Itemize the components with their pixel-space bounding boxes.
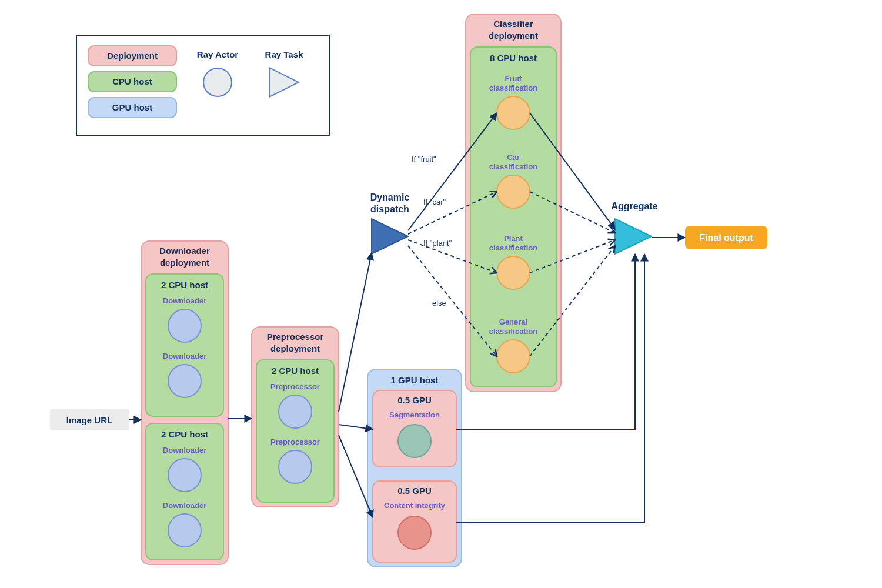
legend-task-label: Ray Task [265, 49, 303, 59]
aggregate-label: Aggregate [611, 201, 657, 211]
preprocessor-title-1: Preprocessor [267, 332, 324, 342]
downloader-actor-3-label: Downloader [163, 446, 206, 455]
architecture-diagram: Deployment CPU host GPU host Ray Actor R… [0, 0, 882, 588]
dispatch-title-1: Dynamic [370, 192, 410, 202]
preprocessor-cpu-host: 2 CPU host Preprocessor Preprocessor [256, 360, 334, 502]
image-url-label: Image URL [66, 415, 112, 425]
legend-deployment-label: Deployment [107, 51, 158, 61]
plant-actor-icon [497, 256, 530, 289]
output-label: Final output [699, 233, 753, 243]
plant-label-2: classification [489, 243, 537, 252]
preprocessor-actor-1-icon [279, 395, 312, 428]
car-label-2: classification [489, 162, 537, 171]
preprocessor-actor-2-icon [279, 450, 312, 483]
ci-actor-label: Content integrity [384, 501, 446, 510]
aggregate-task-icon [615, 219, 652, 254]
classifier-cpu-host: 8 CPU host Fruit classification Car clas… [470, 47, 556, 387]
seg-actor-label: Segmentation [389, 410, 440, 419]
preprocessor-host-label: 2 CPU host [272, 366, 319, 376]
classifier-title-1: Classifier [493, 19, 533, 29]
image-url-input: Image URL [50, 409, 129, 430]
general-label-1: General [499, 318, 527, 326]
seg-gpu-label: 0.5 GPU [397, 395, 432, 405]
legend-box: Deployment CPU host GPU host Ray Actor R… [76, 35, 329, 135]
downloader-title-1: Downloader [159, 246, 210, 256]
classifier-host-label: 8 CPU host [490, 53, 537, 63]
downloader-host2-label: 2 CPU host [161, 429, 208, 439]
downloader-actor-1-label: Downloader [163, 296, 206, 305]
downloader-deployment: Downloader deployment 2 CPU host Downloa… [141, 241, 228, 564]
downloader-actor-2-label: Downloader [163, 352, 206, 360]
car-label-1: Car [507, 153, 520, 162]
fruit-actor-icon [497, 96, 530, 129]
gpu-host: 1 GPU host 0.5 GPU Segmentation 0.5 GPU … [368, 369, 462, 567]
downloader-host1-label: 2 CPU host [161, 280, 208, 290]
content-integrity-box: 0.5 GPU Content integrity [373, 481, 456, 562]
dynamic-dispatch-task: Dynamic dispatch [370, 192, 410, 254]
fruit-label-1: Fruit [505, 74, 523, 83]
aggregate-task: Aggregate [611, 201, 657, 254]
downloader-actor-1-icon [168, 309, 201, 342]
branch-fruit-label: If "fruit" [412, 155, 436, 163]
fruit-label-2: classification [489, 83, 537, 92]
legend-actor-icon [203, 68, 232, 96]
dispatch-title-2: dispatch [370, 204, 409, 214]
downloader-actor-4-icon [168, 514, 201, 547]
downloader-title-2: deployment [160, 258, 209, 268]
downloader-actor-3-icon [168, 459, 201, 492]
preprocessor-actor-1-label: Preprocessor [270, 382, 320, 391]
plant-label-1: Plant [504, 234, 523, 243]
seg-actor-icon [398, 425, 431, 457]
preprocessor-actor-2-label: Preprocessor [270, 437, 320, 446]
gpu-host-label: 1 GPU host [391, 375, 439, 385]
segmentation-box: 0.5 GPU Segmentation [373, 390, 456, 467]
downloader-actor-2-icon [168, 365, 201, 397]
preprocessor-deployment: Preprocessor deployment 2 CPU host Prepr… [252, 327, 339, 507]
downloader-actor-4-label: Downloader [163, 501, 206, 510]
legend-gpu-label: GPU host [112, 102, 152, 112]
ci-actor-icon [398, 516, 431, 549]
downloader-cpu-host-2: 2 CPU host Downloader Downloader [146, 423, 223, 560]
branch-else-label: else [432, 299, 446, 308]
legend-actor-label: Ray Actor [197, 49, 238, 59]
edge-preprocessor-dispatch [339, 253, 372, 412]
downloader-cpu-host-1: 2 CPU host Downloader Downloader [146, 274, 223, 416]
ci-gpu-label: 0.5 GPU [397, 486, 432, 496]
preprocessor-title-2: deployment [270, 343, 320, 353]
dispatch-task-icon [372, 219, 408, 254]
branch-plant-label: If "plant" [423, 239, 452, 248]
car-actor-icon [497, 175, 530, 208]
general-actor-icon [497, 340, 530, 373]
final-output: Final output [685, 226, 767, 249]
legend-cpu-label: CPU host [112, 76, 152, 86]
branch-car-label: If "car" [423, 198, 446, 206]
general-label-2: classification [489, 327, 537, 336]
classifier-title-2: deployment [489, 31, 538, 41]
